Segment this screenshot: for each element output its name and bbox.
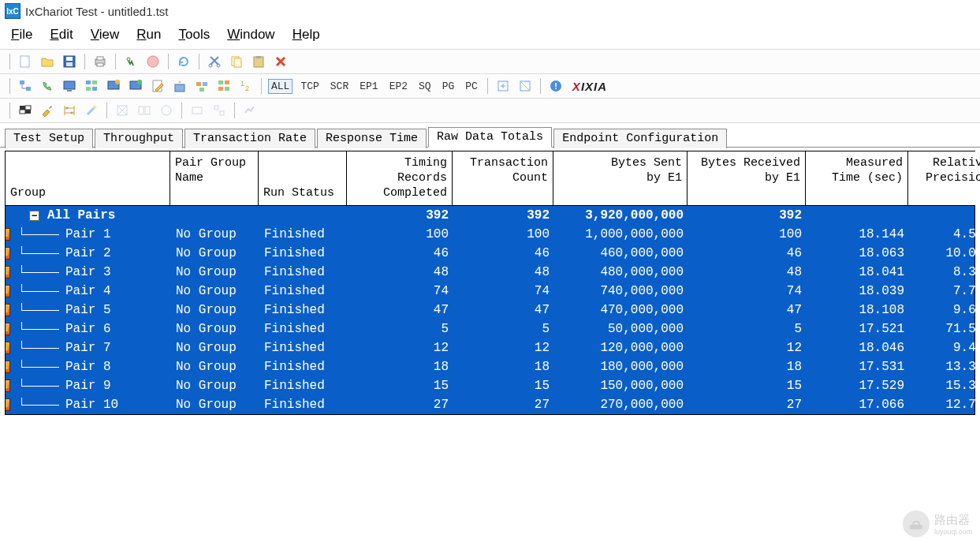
filter-pg-button[interactable]: PG	[439, 79, 458, 94]
paste-icon[interactable]	[250, 53, 267, 70]
multi2-icon[interactable]	[215, 77, 233, 95]
pair-label: Pair 7	[65, 341, 111, 355]
ghost4-icon[interactable]	[188, 102, 206, 119]
cell-trans: 48	[453, 265, 554, 279]
table-row[interactable]: Pair 8 No Group Finished 18 18 180,000,0…	[6, 357, 974, 376]
menu-file[interactable]: File	[11, 27, 32, 43]
ghost2-icon[interactable]	[136, 102, 153, 119]
cell-sent: 50,000,000	[554, 322, 688, 336]
menu-help[interactable]: Help	[293, 27, 320, 43]
pair-label: Pair 2	[65, 246, 111, 260]
col-time[interactable]: Measured Time (sec)	[806, 151, 908, 205]
multi1-icon[interactable]	[193, 77, 211, 95]
col-timing[interactable]: Timing Records Completed	[347, 151, 453, 205]
stop-icon[interactable]	[144, 53, 162, 70]
pair-icon	[6, 379, 10, 392]
tab-test-setup[interactable]: Test Setup	[5, 129, 93, 148]
cell-group: No Group	[171, 303, 259, 317]
wand-icon[interactable]	[83, 102, 100, 119]
table-row[interactable]: Pair 2 No Group Finished 46 46 460,000,0…	[6, 244, 974, 263]
col-status[interactable]: Run Status	[259, 151, 347, 205]
menu-run[interactable]: Run	[136, 27, 161, 43]
call-icon[interactable]	[39, 77, 56, 95]
table-row[interactable]: Pair 6 No Group Finished 5 5 50,000,000 …	[6, 320, 974, 338]
tab-bar: Test Setup Throughput Transaction Rate R…	[0, 123, 980, 148]
summary-row[interactable]: − All Pairs 392 392 3,920,000,000 392	[6, 206, 974, 225]
monitor-icon[interactable]	[61, 77, 78, 95]
col-pairgroup[interactable]: Pair Group Name	[170, 151, 259, 205]
col-sent[interactable]: Bytes Sent by E1	[553, 151, 687, 205]
brush-icon[interactable]	[39, 102, 56, 119]
flag-icon[interactable]	[17, 102, 34, 119]
column-headers: Group Pair Group Name Run Status Timing …	[5, 151, 975, 206]
col-group[interactable]: Group	[5, 151, 170, 205]
menu-window[interactable]: Window	[227, 27, 274, 43]
grid-out-icon[interactable]	[516, 77, 534, 95]
ghost3-icon[interactable]	[158, 102, 175, 119]
net-add-icon[interactable]	[17, 77, 34, 95]
filter-all-button[interactable]: ALL	[268, 79, 293, 94]
cell-prec: 8.391	[909, 265, 980, 279]
filter-ep2-button[interactable]: EP2	[386, 79, 411, 94]
tab-throughput[interactable]: Throughput	[95, 129, 183, 148]
menu-view[interactable]: View	[91, 27, 120, 43]
print-icon[interactable]	[91, 53, 109, 70]
filter-scr-button[interactable]: SCR	[327, 79, 352, 94]
monitor2-icon[interactable]	[105, 77, 122, 95]
grid-in-icon[interactable]	[494, 77, 512, 95]
ghost6-icon[interactable]	[241, 102, 259, 119]
refresh-icon[interactable]	[175, 53, 192, 70]
tab-transaction-rate[interactable]: Transaction Rate	[184, 129, 315, 148]
run-icon[interactable]	[122, 53, 140, 70]
ghost5-icon[interactable]	[211, 102, 228, 119]
table-row[interactable]: Pair 4 No Group Finished 74 74 740,000,0…	[6, 282, 974, 301]
table-row[interactable]: Pair 1 No Group Finished 100 100 1,000,0…	[6, 225, 974, 244]
cell-status: Finished	[259, 227, 348, 241]
net-pair-icon[interactable]	[83, 77, 100, 95]
svg-rect-35	[225, 87, 229, 91]
cell-timing: 12	[348, 341, 453, 355]
cell-trans: 27	[453, 398, 554, 412]
cut-icon[interactable]	[206, 53, 223, 70]
table-row[interactable]: Pair 7 No Group Finished 12 12 120,000,0…	[6, 338, 974, 357]
col-prec[interactable]: Relative Precision	[908, 151, 980, 205]
info-icon[interactable]: !	[547, 77, 565, 95]
svg-rect-21	[86, 87, 91, 91]
col-recv[interactable]: Bytes Received by E1	[687, 151, 806, 205]
onetwo-icon[interactable]: 12	[237, 77, 255, 95]
svg-rect-53	[214, 106, 218, 110]
edit-doc-icon[interactable]	[149, 77, 166, 95]
table-row[interactable]: Pair 9 No Group Finished 15 15 150,000,0…	[6, 376, 974, 395]
table-row[interactable]: Pair 3 No Group Finished 48 48 480,000,0…	[6, 263, 974, 282]
svg-rect-29	[196, 82, 201, 86]
ghost1-icon[interactable]	[114, 102, 131, 119]
filter-tcp-button[interactable]: TCP	[297, 79, 322, 94]
new-icon[interactable]	[17, 53, 34, 70]
delete-icon[interactable]	[272, 53, 289, 70]
abacus-icon[interactable]	[61, 102, 78, 119]
col-trans[interactable]: Transaction Count	[453, 151, 553, 205]
tab-raw-data-totals[interactable]: Raw Data Totals	[428, 127, 552, 148]
cell-sent: 460,000,000	[554, 246, 688, 260]
cell-prec: 4.597	[909, 227, 980, 241]
tab-endpoint-config[interactable]: Endpoint Configuration	[553, 129, 727, 148]
svg-rect-18	[67, 90, 72, 92]
save-icon[interactable]	[61, 53, 78, 70]
wizard-icon[interactable]	[171, 77, 188, 95]
filter-sq-button[interactable]: SQ	[415, 79, 434, 94]
table-row[interactable]: Pair 10 No Group Finished 27 27 270,000,…	[6, 395, 974, 414]
open-icon[interactable]	[39, 53, 56, 70]
collapse-icon[interactable]: −	[29, 211, 39, 221]
filter-pc-button[interactable]: PC	[462, 79, 481, 94]
svg-point-8	[147, 56, 158, 67]
app-icon: IxC	[5, 3, 20, 19]
svg-rect-5	[97, 57, 103, 60]
copy-icon[interactable]	[228, 53, 245, 70]
tab-response-time[interactable]: Response Time	[317, 129, 427, 148]
cell-status: Finished	[259, 379, 348, 393]
menu-tools[interactable]: Tools	[178, 27, 210, 43]
monitor3-icon[interactable]	[127, 77, 144, 95]
filter-ep1-button[interactable]: EP1	[356, 79, 381, 94]
table-row[interactable]: Pair 5 No Group Finished 47 47 470,000,0…	[6, 301, 974, 320]
menu-edit[interactable]: Edit	[50, 27, 73, 43]
